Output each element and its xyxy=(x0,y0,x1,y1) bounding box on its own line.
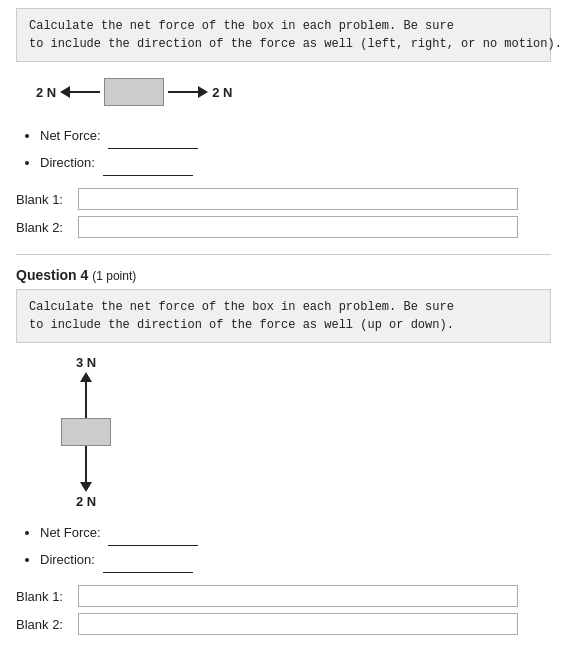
q3-netforce-blank xyxy=(108,122,198,149)
q4-header-title: Question 4 xyxy=(16,267,88,283)
q4-direction-label: Direction: xyxy=(40,552,95,567)
q3-netforce-item: Net Force: xyxy=(40,122,551,149)
question-4-block: Question 4 (1 point) Calculate the net f… xyxy=(16,267,551,635)
q3-left-arrowhead xyxy=(60,86,70,98)
q4-up-arrowhead xyxy=(80,372,92,382)
q4-netforce-label: Net Force: xyxy=(40,525,101,540)
q3-blank1-row: Blank 1: xyxy=(16,188,551,210)
q3-blank2-label: Blank 2: xyxy=(16,220,78,235)
q3-left-arrow xyxy=(60,86,100,98)
q3-instruction-text: Calculate the net force of the box in ea… xyxy=(29,19,562,51)
q4-blank1-label: Blank 1: xyxy=(16,589,78,604)
q3-left-arrowline xyxy=(70,91,100,93)
q4-up-arrow xyxy=(80,372,92,418)
q4-top-force-label: 3 N xyxy=(76,355,96,370)
q4-netforce-blank xyxy=(108,519,198,546)
q4-instruction: Calculate the net force of the box in ea… xyxy=(16,289,551,343)
q4-box xyxy=(61,418,111,446)
q3-left-force-label: 2 N xyxy=(36,85,56,100)
q4-diagram: 3 N 2 N xyxy=(46,355,126,509)
q3-instruction: Calculate the net force of the box in ea… xyxy=(16,8,551,62)
q3-blank1-input[interactable] xyxy=(78,188,518,210)
q4-instruction-text: Calculate the net force of the box in ea… xyxy=(29,300,454,332)
q3-bullet-list: Net Force: Direction: xyxy=(16,122,551,176)
q4-points: (1 point) xyxy=(92,269,136,283)
q4-direction-item: Direction: xyxy=(40,546,551,573)
q4-netforce-item: Net Force: xyxy=(40,519,551,546)
q3-direction-blank xyxy=(103,149,193,176)
q4-up-arrowline xyxy=(85,382,87,418)
q4-blank2-label: Blank 2: xyxy=(16,617,78,632)
page-wrapper: Calculate the net force of the box in ea… xyxy=(0,0,567,647)
q3-box xyxy=(104,78,164,106)
q3-right-arrowhead xyxy=(198,86,208,98)
q3-direction-label: Direction: xyxy=(40,155,95,170)
q4-header: Question 4 (1 point) xyxy=(16,267,551,283)
q3-right-force-label: 2 N xyxy=(212,85,232,100)
q3-blank1-label: Blank 1: xyxy=(16,192,78,207)
q4-bullet-list: Net Force: Direction: xyxy=(16,519,551,573)
q4-blank2-input[interactable] xyxy=(78,613,518,635)
q4-down-arrowline xyxy=(85,446,87,482)
question-3-block: Calculate the net force of the box in ea… xyxy=(16,8,551,238)
q4-down-arrowhead xyxy=(80,482,92,492)
q4-down-arrow xyxy=(80,446,92,492)
q3-blank2-row: Blank 2: xyxy=(16,216,551,238)
q3-netforce-label: Net Force: xyxy=(40,128,101,143)
q3-diagram: 2 N 2 N xyxy=(36,78,551,106)
q3-blank2-input[interactable] xyxy=(78,216,518,238)
q4-blank1-input[interactable] xyxy=(78,585,518,607)
q3-right-arrow xyxy=(168,86,208,98)
q4-bottom-force-label: 2 N xyxy=(76,494,96,509)
section-divider xyxy=(16,254,551,255)
q4-direction-blank xyxy=(103,546,193,573)
q4-blank2-row: Blank 2: xyxy=(16,613,551,635)
q3-right-arrowline xyxy=(168,91,198,93)
q3-direction-item: Direction: xyxy=(40,149,551,176)
q4-blank1-row: Blank 1: xyxy=(16,585,551,607)
